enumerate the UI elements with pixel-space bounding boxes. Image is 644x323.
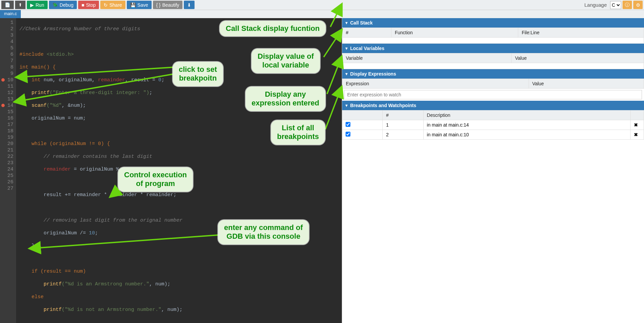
annotation-breakpoint: click to set breakpoitn xyxy=(173,62,223,86)
download-icon: ⬇ xyxy=(187,2,191,8)
breakpoint-row: 1 in main at main.c:14 ✖ xyxy=(342,120,644,130)
debug-label: Debug xyxy=(60,2,73,8)
annotation-locals: Display value of local variable xyxy=(252,49,320,73)
editor-tab-bar: main.c xyxy=(0,10,644,18)
col-value: Value xyxy=(529,79,644,89)
col-expression: Expression xyxy=(342,79,529,89)
stop-label: Stop xyxy=(86,2,96,8)
info-icon[interactable]: ⓘ xyxy=(623,1,632,9)
debug-panels: ▾Call Stack #FunctionFile:Line ▾Local Va… xyxy=(342,18,644,323)
share-button[interactable]: ↻Share xyxy=(100,1,125,9)
bug-icon: 🪲 xyxy=(52,2,58,8)
debug-button[interactable]: 🪲Debug xyxy=(49,1,77,9)
upload-button[interactable]: ⬆ xyxy=(15,1,25,9)
bp-number: 2 xyxy=(383,130,424,140)
new-file-button[interactable]: 📄 xyxy=(1,1,14,9)
beautify-button[interactable]: { }Beautify xyxy=(153,1,183,9)
panel-header-breakpoints[interactable]: ▾Breakpoints and Watchpoints xyxy=(342,101,644,110)
play-icon: ▶ xyxy=(30,2,34,8)
annotation-bplist: List of all breakpoints xyxy=(271,120,325,145)
beautify-label: Beautify xyxy=(162,2,179,8)
callstack-table: #FunctionFile:Line xyxy=(342,28,644,44)
chevron-down-icon: ▾ xyxy=(345,72,347,76)
share-icon: ↻ xyxy=(104,2,108,8)
chevron-down-icon: ▾ xyxy=(345,20,347,25)
delete-breakpoint-icon[interactable]: ✖ xyxy=(634,132,638,137)
col-fileline: File:Line xyxy=(518,28,644,38)
language-label: Language xyxy=(584,2,607,8)
bp-description: in main at main.c:10 xyxy=(423,130,630,140)
save-button[interactable]: 💾Save xyxy=(127,1,152,9)
panel-header-callstack[interactable]: ▾Call Stack xyxy=(342,18,644,28)
breakpoint-enable-checkbox[interactable] xyxy=(345,122,350,127)
col-description: Description xyxy=(423,110,630,120)
annotation-callstack: Call Stack display fucntion xyxy=(220,21,326,36)
chevron-down-icon: ▾ xyxy=(345,103,347,108)
share-label: Share xyxy=(109,2,122,8)
gear-icon[interactable]: ⚙ xyxy=(633,1,643,9)
run-button[interactable]: ▶Run xyxy=(27,1,48,9)
chevron-down-icon: ▾ xyxy=(345,46,347,51)
locals-table: VariableValue xyxy=(342,53,644,69)
annotation-gdb: enter any command of GDB via this consol… xyxy=(218,220,309,244)
col-variable: Variable xyxy=(342,53,512,63)
breakpoint-enable-checkbox[interactable] xyxy=(345,132,350,136)
breakpoint-marker[interactable] xyxy=(1,78,5,82)
language-select[interactable]: C xyxy=(610,1,621,9)
breakpoints-table: #Description 1 in main at main.c:14 ✖ 2 … xyxy=(342,110,644,140)
col-num: # xyxy=(342,28,391,38)
bp-description: in main at main.c:14 xyxy=(423,120,630,130)
save-label: Save xyxy=(138,2,148,8)
breakpoint-row: 2 in main at main.c:10 ✖ xyxy=(342,130,644,140)
braces-icon: { } xyxy=(156,2,161,8)
expressions-table: ExpressionValue xyxy=(342,79,644,89)
run-label: Run xyxy=(36,2,44,8)
line-gutter[interactable]: 1234 5678 910 111213 14 15161718 1920212… xyxy=(0,18,16,323)
breakpoint-marker[interactable] xyxy=(1,104,5,107)
col-num: # xyxy=(383,110,424,120)
delete-breakpoint-icon[interactable]: ✖ xyxy=(634,122,638,128)
stop-button[interactable]: ■Stop xyxy=(78,1,99,9)
expression-input[interactable] xyxy=(344,90,642,99)
panel-header-locals[interactable]: ▾Local Variables xyxy=(342,44,644,53)
col-function: Function xyxy=(391,28,518,38)
download-button[interactable]: ⬇ xyxy=(184,1,195,9)
save-icon: 💾 xyxy=(130,2,136,8)
stop-icon: ■ xyxy=(82,2,84,8)
annotation-control: Control execution of program xyxy=(118,167,193,192)
panel-header-expressions[interactable]: ▾Display Expressions xyxy=(342,69,644,79)
col-value: Value xyxy=(512,53,644,63)
tab-main-c[interactable]: main.c xyxy=(0,10,21,18)
bp-number: 1 xyxy=(383,120,424,130)
annotation-expr: Display any expression entered xyxy=(246,87,325,111)
top-toolbar: 📄 ⬆ ▶Run 🪲Debug ■Stop ↻Share 💾Save { }Be… xyxy=(0,0,644,10)
